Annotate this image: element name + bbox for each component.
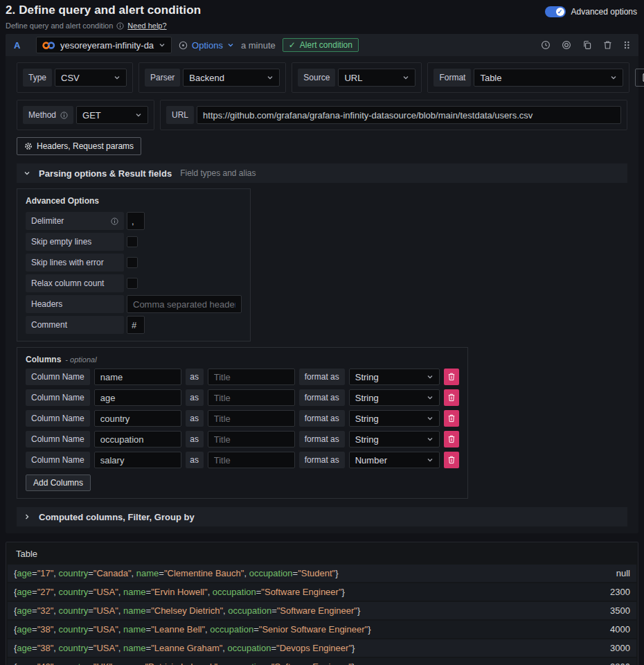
column-format-select[interactable]: Number — [349, 452, 440, 468]
alert-condition-label: Alert condition — [300, 40, 352, 50]
columns-rows: Column Nameasformat asStringColumn Namea… — [26, 369, 459, 468]
parser-select[interactable]: Backend — [183, 69, 280, 87]
column-format-select[interactable]: String — [349, 369, 440, 385]
skip-empty-lines-checkbox[interactable] — [127, 236, 138, 247]
parsing-section-subtitle: Field types and alias — [180, 168, 256, 178]
parser-value: Backend — [189, 73, 224, 83]
toggle-check-icon: ✓ — [556, 8, 564, 16]
copy-icon[interactable] — [582, 40, 592, 50]
source-value: URL — [344, 73, 362, 83]
skip-lines-with-error-checkbox[interactable] — [127, 257, 138, 268]
delete-column-button[interactable] — [444, 389, 459, 406]
chevron-down-icon — [427, 415, 433, 422]
chevron-down-icon — [114, 74, 120, 81]
row-labels: {age="32", country="USA", name="Chelsey … — [14, 605, 602, 616]
type-select[interactable]: CSV — [55, 69, 127, 87]
delete-column-button[interactable] — [444, 452, 459, 468]
column-name-input[interactable] — [94, 452, 181, 468]
history-icon[interactable] — [541, 40, 551, 50]
column-format-value: Number — [355, 455, 387, 466]
column-name-label: Column Name — [26, 389, 90, 406]
parser-label: Parser — [145, 69, 180, 87]
row-labels: {age="38", country="USA", name="Leanne B… — [14, 624, 602, 635]
trash-icon — [448, 435, 455, 443]
chevron-down-icon — [427, 456, 433, 463]
table-row: {age="38", country="USA", name="Leanne B… — [8, 621, 636, 638]
as-label: as — [186, 431, 204, 447]
datasource-picker[interactable]: yesoreyeram-infinity-da — [36, 37, 172, 53]
column-title-input[interactable] — [208, 410, 295, 427]
help-button[interactable]: Help — [635, 69, 644, 87]
options-label: Options — [192, 40, 223, 51]
advanced-options-toggle[interactable]: ✓ — [545, 6, 566, 17]
query-options-button[interactable]: Options — [179, 40, 234, 51]
format-select[interactable]: Table — [474, 69, 623, 87]
table-row: {age="27", country="USA", name="Ervin Ho… — [8, 583, 636, 601]
comment-input[interactable] — [127, 316, 145, 334]
row-labels: {age="17", country="Canada", name="Cleme… — [14, 568, 608, 578]
table-panel-title: Table — [6, 542, 638, 565]
column-format-select[interactable]: String — [349, 389, 440, 406]
column-format-select[interactable]: String — [349, 410, 440, 427]
url-label: URL — [166, 106, 194, 124]
row-value: 2300 — [602, 587, 630, 597]
headers-button-label: Headers, Request params — [37, 141, 134, 151]
csv-headers-input[interactable] — [127, 295, 242, 313]
url-input[interactable] — [197, 106, 621, 124]
delimiter-input[interactable] — [127, 212, 145, 230]
chevron-down-icon — [610, 74, 617, 81]
column-format-select[interactable]: String — [349, 431, 440, 447]
headers-request-params-button[interactable]: Headers, Request params — [17, 137, 141, 155]
page-header: 2. Define query and alert condition Defi… — [0, 0, 644, 33]
query-editor-card: A yesoreyeram-infinity-da Options a minu… — [6, 34, 638, 533]
trash-icon[interactable] — [603, 40, 612, 50]
format-as-label: format as — [299, 369, 345, 385]
column-title-input[interactable] — [208, 369, 295, 385]
drag-handle-icon[interactable] — [623, 40, 630, 50]
method-label-text: Method — [28, 110, 56, 120]
add-columns-button[interactable]: Add Columns — [26, 475, 91, 491]
relax-column-count-checkbox[interactable] — [127, 278, 138, 289]
computed-columns-section-header[interactable]: Computed columns, Filter, Group by — [17, 507, 627, 526]
record-icon[interactable] — [562, 40, 571, 50]
format-fieldset: Format Table — [427, 62, 629, 93]
source-select[interactable]: URL — [338, 69, 415, 87]
column-name-input[interactable] — [94, 410, 181, 427]
delete-column-button[interactable] — [444, 431, 459, 447]
chevron-down-icon — [227, 42, 234, 48]
check-icon: ✓ — [289, 40, 296, 50]
as-label: as — [186, 452, 204, 468]
trash-icon — [448, 456, 455, 464]
query-ref-id: A — [14, 40, 29, 51]
delete-column-button[interactable] — [444, 369, 459, 385]
parsing-options-section-header[interactable]: Parsing options & Result fields Field ty… — [17, 163, 627, 183]
info-icon — [116, 22, 124, 30]
column-format-value: String — [355, 434, 379, 445]
request-row: Method GET URL — [17, 100, 627, 130]
method-fieldset: Method GET — [17, 100, 154, 130]
row-value: 2800 — [602, 662, 630, 665]
as-label: as — [186, 389, 204, 406]
delete-column-button[interactable] — [444, 410, 459, 427]
chevron-down-icon — [402, 74, 409, 81]
datasource-name: yesoreyeram-infinity-da — [60, 40, 154, 51]
advanced-options-title: Advanced Options — [26, 196, 242, 206]
method-select[interactable]: GET — [76, 106, 148, 124]
column-name-input[interactable] — [94, 431, 181, 447]
table-rows: {age="17", country="Canada", name="Cleme… — [6, 565, 638, 665]
column-title-input[interactable] — [208, 431, 295, 447]
need-help-link[interactable]: Need help? — [127, 21, 166, 30]
format-as-label: format as — [299, 431, 345, 447]
parser-fieldset: Parser Backend — [138, 62, 286, 93]
column-name-input[interactable] — [94, 369, 181, 385]
column-name-input[interactable] — [94, 389, 181, 406]
column-format-value: String — [355, 393, 379, 403]
row-value: 3000 — [602, 643, 630, 653]
skip-lines-with-error-label: Skip lines with error — [26, 254, 124, 272]
column-title-input[interactable] — [208, 389, 295, 406]
chevron-down-icon — [159, 42, 166, 48]
columns-panel: Columns - optional Column Nameasformat a… — [17, 347, 468, 499]
column-title-input[interactable] — [208, 452, 295, 468]
parsing-section-title: Parsing options & Result fields — [39, 168, 172, 179]
format-value: Table — [480, 73, 501, 83]
